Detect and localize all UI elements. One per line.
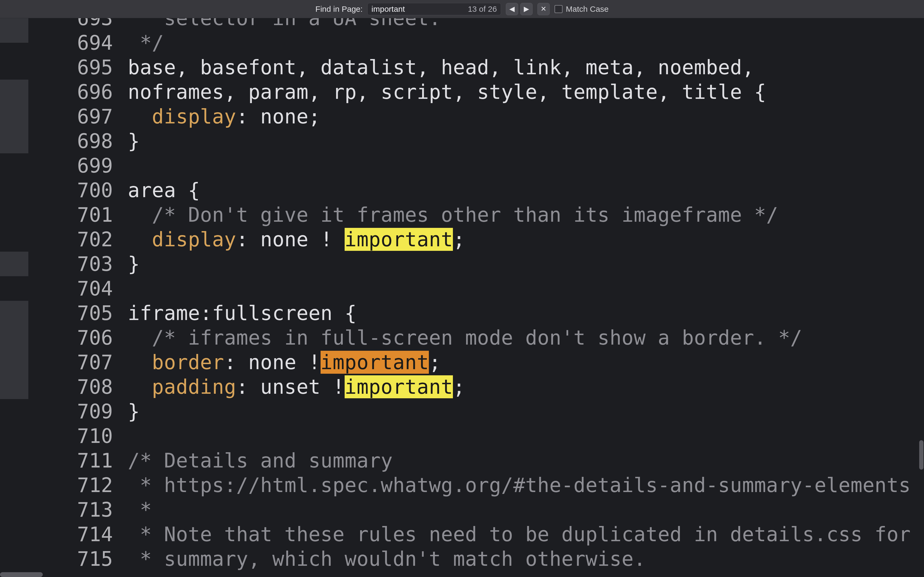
line-number[interactable]: 695	[22, 55, 121, 80]
line-number[interactable]: 707	[22, 350, 121, 374]
find-nav-buttons: ◀ ▶	[506, 3, 533, 15]
code-line[interactable]: selector in a UA sheet.	[128, 18, 441, 31]
find-in-page-bar: Find in Page: 13 of 26 ◀ ▶ ✕ Match Case	[0, 0, 924, 18]
code-line[interactable]: }	[128, 251, 140, 276]
line-number[interactable]: 696	[22, 80, 121, 104]
token-prop: padding	[152, 375, 236, 398]
find-input[interactable]	[367, 3, 501, 15]
find-label: Find in Page:	[315, 5, 363, 14]
line-number[interactable]: 712	[22, 473, 121, 497]
token-sel: iframe:fullscreen {	[128, 301, 357, 324]
line-number[interactable]: 710	[22, 424, 121, 448]
line-number[interactable]: 713	[22, 497, 121, 522]
code-line[interactable]: * https://html.spec.whatwg.org/#the-deta…	[128, 473, 911, 497]
line-number[interactable]: 704	[22, 276, 121, 301]
token-comment: */	[128, 31, 164, 54]
vertical-scrollbar-thumb[interactable]	[919, 440, 924, 470]
token-prop: display	[152, 228, 236, 251]
gutter-minimap	[0, 18, 22, 577]
code-line[interactable]: display: none ! important;	[128, 227, 465, 251]
line-number[interactable]: 714	[22, 522, 121, 546]
token-comment: /* Don't give it frames other than its i…	[128, 203, 778, 226]
code-line[interactable]: /* iframes in full-screen mode don't sho…	[128, 326, 802, 350]
line-number[interactable]: 715	[22, 546, 121, 571]
code-line[interactable]: * Note that these rules need to be dupli…	[128, 522, 924, 546]
token	[128, 375, 152, 398]
find-prev-button[interactable]: ◀	[506, 3, 518, 15]
code-line[interactable]: /* Details and summary	[128, 448, 393, 473]
line-number[interactable]: 699	[22, 153, 121, 178]
code-line[interactable]: display: none;	[128, 104, 321, 129]
token-prop: display	[152, 105, 236, 128]
token-sel: area {	[128, 179, 200, 201]
code-line[interactable]: * summary, which wouldn't match otherwis…	[128, 546, 646, 571]
horizontal-scrollbar-thumb[interactable]	[0, 572, 43, 577]
line-number[interactable]: 700	[22, 178, 121, 203]
token-comment: /* Details and summary	[128, 449, 393, 472]
line-number[interactable]: 701	[22, 203, 121, 227]
chevron-left-icon: ◀	[509, 5, 515, 13]
match-case-toggle[interactable]: Match Case	[554, 5, 609, 14]
line-number[interactable]: 706	[22, 326, 121, 350]
token-val: : none !	[224, 351, 320, 374]
line-number[interactable]: 711	[22, 448, 121, 473]
line-number[interactable]: 708	[22, 374, 121, 399]
code-line[interactable]: area {	[128, 178, 200, 203]
token-comment: /* iframes in full-screen mode don't sho…	[128, 326, 802, 349]
token-prop: border	[152, 351, 224, 374]
token-val: ;	[453, 375, 465, 398]
line-number[interactable]: 693	[22, 18, 121, 31]
line-number[interactable]: 698	[22, 129, 121, 153]
line-number[interactable]: 705	[22, 301, 121, 326]
token-val: ;	[453, 228, 465, 251]
token-comment: * summary, which wouldn't match otherwis…	[128, 547, 646, 570]
code-line[interactable]: /* Don't give it frames other than its i…	[128, 203, 778, 227]
token-val: : unset !	[236, 375, 344, 398]
token-comment: *	[128, 498, 152, 521]
token-punc: }	[128, 130, 140, 153]
code-line[interactable]: iframe:fullscreen {	[128, 301, 357, 326]
token-punc: }	[128, 400, 140, 423]
code-line[interactable]: border: none !important;	[128, 350, 441, 374]
close-icon: ✕	[541, 5, 546, 13]
token-highlight: important	[345, 375, 453, 398]
find-close-button[interactable]: ✕	[537, 3, 550, 15]
find-input-wrap: 13 of 26	[367, 3, 501, 15]
line-number[interactable]: 702	[22, 227, 121, 251]
token-sel: noframes, param, rp, script, style, temp…	[128, 81, 766, 103]
token-highlight: important	[345, 228, 453, 251]
token-comment: selector in a UA sheet.	[128, 18, 441, 30]
token	[128, 351, 152, 374]
code-line[interactable]: }	[128, 399, 140, 424]
token-val: : none !	[236, 228, 344, 251]
checkbox-icon	[554, 5, 562, 13]
token-highighlightight-active: important	[321, 351, 429, 374]
find-next-button[interactable]: ▶	[520, 3, 533, 15]
line-number[interactable]: 703	[22, 251, 121, 276]
token-punc: }	[128, 253, 140, 276]
code-line[interactable]: noframes, param, rp, script, style, temp…	[128, 80, 766, 104]
code-line[interactable]: base, basefont, datalist, head, link, me…	[128, 55, 754, 80]
line-number[interactable]: 694	[22, 31, 121, 55]
token-comment: * https://html.spec.whatwg.org/#the-deta…	[128, 474, 911, 496]
code-line[interactable]: */	[128, 31, 164, 55]
token	[128, 228, 152, 251]
code-line[interactable]: }	[128, 129, 140, 153]
code-line[interactable]: *	[128, 497, 152, 522]
token-comment: * Note that these rules need to be dupli…	[128, 523, 924, 546]
match-case-label: Match Case	[566, 5, 609, 14]
vertical-scrollbar-track[interactable]	[918, 18, 924, 577]
token-val: : none;	[236, 105, 320, 128]
line-number[interactable]: 697	[22, 104, 121, 129]
code-line[interactable]: padding: unset !important;	[128, 374, 465, 399]
token-sel: base, basefont, datalist, head, link, me…	[128, 56, 754, 79]
chevron-right-icon: ▶	[524, 5, 529, 13]
token	[128, 105, 152, 128]
source-viewport: 693 selector in a UA sheet.694 */695base…	[0, 18, 924, 577]
token-val: ;	[429, 351, 441, 374]
line-number[interactable]: 709	[22, 399, 121, 424]
